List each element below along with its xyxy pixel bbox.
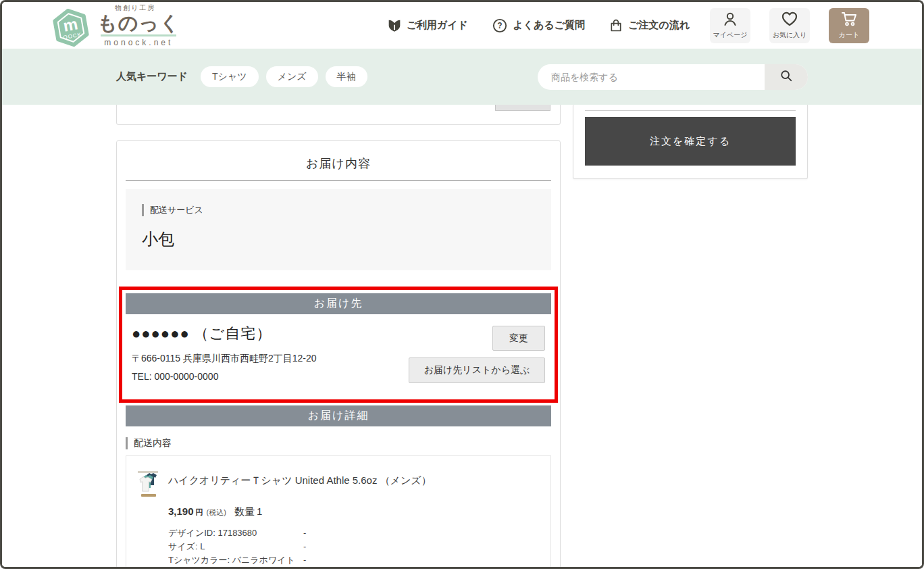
delivery-detail-bar: お届け詳細 bbox=[126, 405, 551, 426]
popular-keywords: 人気キーワード Tシャツ メンズ 半袖 bbox=[116, 66, 367, 87]
nav-faq-label: よくあるご質問 bbox=[513, 19, 585, 32]
recipient-highlight-box: お届け先 ●●●●●●（ご自宅） 〒666-0115 兵庫県川西市西畦野2丁目1… bbox=[119, 287, 558, 403]
summary-divider bbox=[585, 110, 796, 111]
product-title: ハイクオリティーＴシャツ United Athle 5.6oz （メンズ） bbox=[168, 470, 432, 487]
recipient-bar: お届け先 bbox=[126, 293, 551, 314]
cart-label: カート bbox=[839, 30, 859, 40]
page-content: お届け内容 配送サービス 小包 お届け先 ●●●●●●（ご自宅） bbox=[2, 105, 922, 567]
logo-hexagon-icon: m OOCK bbox=[51, 8, 91, 47]
header-nav: ご利用ガイド ? よくあるご質問 ご注文の流れ bbox=[388, 18, 690, 33]
recipient-name: ●●●●●●（ご自宅） bbox=[132, 324, 317, 344]
favorites-label: お気に入り bbox=[773, 30, 807, 40]
nav-faq[interactable]: ? よくあるご質問 bbox=[492, 18, 585, 33]
attr-row-color: Tシャツカラー: バニラホワイト 191 - bbox=[168, 553, 540, 568]
logo-name: ものっく bbox=[97, 13, 180, 33]
nav-order-flow[interactable]: ご注文の流れ bbox=[609, 18, 690, 33]
previous-section-card bbox=[116, 105, 561, 125]
section-title: お届け内容 bbox=[126, 149, 551, 181]
heart-icon bbox=[781, 11, 798, 28]
attr-value: - bbox=[303, 553, 540, 568]
keyword-tag-short-sleeve[interactable]: 半袖 bbox=[326, 66, 367, 87]
attr-label: Tシャツカラー: バニラホワイト 191 bbox=[168, 553, 303, 568]
logo-underline bbox=[101, 34, 176, 36]
recipient-name-masked: ●●●●●● bbox=[132, 325, 190, 342]
recipient-address: 〒666-0115 兵庫県川西市西畦野2丁目12-20 bbox=[132, 353, 317, 365]
cart-icon bbox=[840, 11, 858, 28]
favorites-button[interactable]: お気に入り bbox=[769, 8, 810, 43]
site-header: m OOCK 物創り工房 ものっく monock.net ご利用ガイド ? bbox=[2, 2, 922, 49]
recipient-name-suffix: （ご自宅） bbox=[194, 325, 272, 342]
attr-value: - bbox=[303, 526, 540, 540]
mypage-label: マイページ bbox=[713, 30, 748, 40]
product-box: ハイクオリティーＴシャツ United Athle 5.6oz （メンズ） 3,… bbox=[126, 455, 551, 567]
beginner-mark-icon bbox=[388, 18, 401, 33]
change-address-button[interactable]: 変更 bbox=[492, 326, 545, 351]
tax-note: (税込) bbox=[207, 508, 226, 518]
search-button[interactable] bbox=[765, 64, 808, 90]
logo-domain: monock.net bbox=[104, 38, 173, 47]
site-logo[interactable]: m OOCK 物創り工房 ものっく monock.net bbox=[51, 3, 180, 47]
shopping-bag-icon bbox=[609, 18, 623, 33]
cart-button[interactable]: カート bbox=[829, 8, 869, 43]
search-input[interactable] bbox=[538, 64, 765, 90]
attr-row-size: サイズ: L - bbox=[168, 540, 540, 553]
recipient-info: ●●●●●●（ご自宅） 〒666-0115 兵庫県川西市西畦野2丁目12-20 … bbox=[132, 324, 317, 383]
mypage-button[interactable]: マイページ bbox=[710, 8, 750, 43]
logo-text: 物創り工房 ものっく monock.net bbox=[97, 3, 180, 47]
nav-order-flow-label: ご注文の流れ bbox=[628, 19, 690, 32]
keyword-tag-tshirt[interactable]: Tシャツ bbox=[201, 66, 259, 87]
confirm-order-button[interactable]: 注文を確定する bbox=[585, 117, 796, 166]
user-icon bbox=[722, 11, 738, 28]
keyword-tag-mens[interactable]: メンズ bbox=[266, 66, 318, 87]
recipient-buttons: 変更 お届け先リストから選ぶ bbox=[409, 324, 545, 383]
delivery-contents-card: お届け内容 配送サービス 小包 お届け先 ●●●●●●（ご自宅） bbox=[116, 140, 561, 567]
keyword-search-band: 人気キーワード Tシャツ メンズ 半袖 bbox=[2, 49, 922, 105]
shipping-service-box: 配送サービス 小包 bbox=[126, 189, 551, 270]
product-price-row: 3,190円 (税込) 数量 1 bbox=[168, 505, 540, 518]
partial-button[interactable] bbox=[495, 105, 550, 111]
product-attributes: デザインID: 17183680 - サイズ: L - Tシャツカラー: バニラ… bbox=[168, 526, 540, 567]
order-summary-card: 注文を確定する bbox=[573, 105, 808, 179]
main-column: お届け内容 配送サービス 小包 お届け先 ●●●●●●（ご自宅） bbox=[116, 105, 561, 567]
attr-value: - bbox=[303, 540, 540, 553]
price-unit: 円 bbox=[196, 508, 203, 518]
recipient-tel: TEL: 000-0000-0000 bbox=[132, 371, 317, 382]
search-icon bbox=[780, 70, 792, 84]
keywords-label: 人気キーワード bbox=[116, 70, 188, 83]
nav-guide-label: ご利用ガイド bbox=[407, 19, 468, 32]
svg-text:?: ? bbox=[498, 21, 503, 30]
browser-page: m OOCK 物創り工房 ものっく monock.net ご利用ガイド ? bbox=[0, 0, 924, 569]
quantity-value: 1 bbox=[257, 505, 262, 517]
shipping-service-label: 配送サービス bbox=[142, 204, 535, 216]
quantity-label: 数量 bbox=[234, 505, 255, 518]
attr-label: サイズ: L bbox=[168, 540, 303, 553]
header-actions: マイページ お気に入り カート bbox=[710, 8, 869, 43]
question-icon: ? bbox=[492, 18, 507, 33]
attr-row-design-id: デザインID: 17183680 - bbox=[168, 526, 540, 540]
attr-label: デザインID: 17183680 bbox=[168, 526, 303, 540]
recipient-body: ●●●●●●（ご自宅） 〒666-0115 兵庫県川西市西畦野2丁目12-20 … bbox=[126, 314, 551, 399]
product-price: 3,190 bbox=[168, 505, 194, 517]
logo-tagline: 物創り工房 bbox=[115, 3, 155, 13]
product-search bbox=[538, 64, 808, 90]
shipping-service-value: 小包 bbox=[142, 228, 535, 250]
nav-guide[interactable]: ご利用ガイド bbox=[388, 18, 468, 33]
choose-from-address-list-button[interactable]: お届け先リストから選ぶ bbox=[409, 357, 545, 383]
shipping-contents-label: 配送内容 bbox=[126, 437, 551, 449]
product-thumbnail bbox=[137, 470, 161, 503]
